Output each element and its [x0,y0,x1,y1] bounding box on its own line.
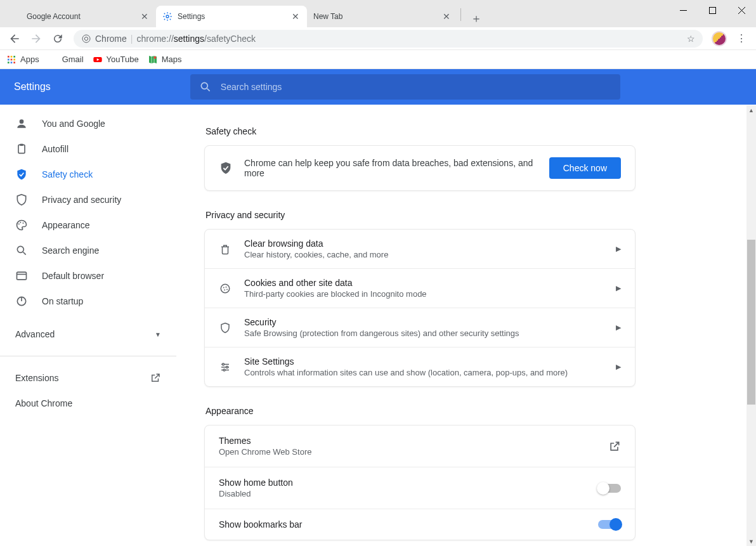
sidebar-item-startup[interactable]: On startup [0,289,176,314]
bookmark-label: Apps [20,55,39,64]
svg-point-28 [224,289,225,290]
palette-icon [15,219,28,231]
toggle-bookmarks-bar[interactable] [598,520,621,529]
tab-google-account[interactable]: Google Account ✕ [5,6,156,27]
chevron-right-icon: ▶ [616,323,621,332]
svg-point-16 [20,119,24,124]
sidebar-item-safety-check[interactable]: Safety check [0,162,176,187]
row-title: Site Settings [244,356,616,367]
svg-rect-11 [11,62,13,63]
clipboard-icon [15,143,28,155]
open-external-icon [150,372,161,384]
vertical-scrollbar[interactable]: ▲ ▼ [746,105,756,546]
close-icon[interactable]: ✕ [140,11,150,22]
sidebar-item-search-engine[interactable]: Search engine [0,238,176,263]
row-home-button: Show home buttonDisabled [205,467,635,509]
bookmark-label: Gmail [62,55,84,64]
sidebar-item-label: Safety check [42,169,93,179]
window-controls [668,0,756,20]
svg-rect-1 [709,7,715,13]
apps-shortcut[interactable]: Apps [6,55,39,65]
cookie-icon [219,282,231,295]
sidebar-advanced[interactable]: Advanced▼ [0,322,176,347]
svg-point-32 [223,369,225,371]
profile-avatar[interactable] [712,31,727,46]
sidebar-item-label: About Chrome [15,398,72,408]
tab-settings[interactable]: Settings ✕ [156,6,307,27]
sidebar-item-label: Advanced [15,329,55,339]
check-now-button[interactable]: Check now [549,157,621,179]
svg-rect-23 [17,272,27,280]
address-bar[interactable]: Chrome | chrome://settings/safetyCheck ☆ [74,30,703,48]
bookmarks-bar: Apps Gmail YouTube Maps [0,50,756,69]
settings-content: You and Google Autofill Safety check Pri… [0,105,756,546]
sidebar-extensions[interactable]: Extensions [0,365,176,391]
svg-point-2 [82,35,90,42]
sidebar-item-default-browser[interactable]: Default browser [0,263,176,289]
row-cookies[interactable]: Cookies and other site dataThird-party c… [205,268,635,308]
svg-point-14 [153,56,156,58]
settings-main: Safety check Chrome can help keep you sa… [176,105,756,546]
toggle-home-button[interactable] [598,484,621,493]
scroll-down-icon[interactable]: ▼ [746,536,756,546]
close-icon[interactable]: ✕ [290,11,301,22]
shield-check-icon [219,161,233,175]
svg-rect-6 [13,56,15,58]
gmail-shortcut[interactable]: Gmail [48,55,84,65]
sliders-icon [219,361,231,374]
sidebar-item-privacy[interactable]: Privacy and security [0,187,176,212]
open-external-icon[interactable] [608,440,621,453]
chevron-right-icon: ▶ [616,245,621,253]
sidebar-item-autofill[interactable]: Autofill [0,136,176,162]
row-subtitle: Controls what information sites can use … [244,368,616,377]
scroll-thumb[interactable] [747,240,755,405]
safety-check-card: Chrome can help keep you safe from data … [204,145,635,191]
privacy-card: Clear browsing dataClear history, cookie… [204,229,635,387]
search-settings[interactable] [190,74,620,100]
youtube-icon [93,55,103,65]
sidebar-item-you-and-google[interactable]: You and Google [0,111,176,136]
shield-icon [219,322,231,334]
menu-button[interactable]: ⋮ [731,28,752,49]
sidebar-about[interactable]: About Chrome [0,391,176,416]
svg-rect-8 [11,58,13,60]
row-title: Clear browsing data [244,238,616,249]
google-icon [11,11,22,22]
row-title: Cookies and other site data [244,278,616,288]
sidebar-item-appearance[interactable]: Appearance [0,212,176,238]
svg-rect-7 [8,58,10,60]
appearance-card: ThemesOpen Chrome Web Store Show home bu… [204,425,635,540]
tab-new[interactable]: New Tab ✕ [307,6,458,27]
minimize-button[interactable] [668,0,698,20]
tab-title: Google Account [27,12,140,21]
bookmark-label: Maps [162,55,182,64]
new-tab-button[interactable]: ＋ [467,10,485,27]
section-safety-check-title: Safety check [205,126,635,136]
maximize-button[interactable] [698,0,727,20]
row-security[interactable]: SecuritySafe Browsing (protection from d… [205,308,635,347]
svg-point-0 [166,15,169,18]
chevron-right-icon: ▶ [616,284,621,292]
url-text: chrome://settings/safetyCheck [136,34,256,44]
svg-point-25 [221,284,230,293]
scroll-up-icon[interactable]: ▲ [746,105,756,115]
chevron-right-icon: ▶ [616,363,621,371]
svg-rect-17 [18,145,25,153]
close-button[interactable] [727,0,756,20]
row-site-settings[interactable]: Site SettingsControls what information s… [205,347,635,386]
row-themes[interactable]: ThemesOpen Chrome Web Store [205,426,635,467]
close-icon[interactable]: ✕ [441,11,452,22]
sidebar-item-label: Search engine [42,245,99,256]
svg-point-21 [23,223,24,224]
settings-sidebar: You and Google Autofill Safety check Pri… [0,105,176,546]
maps-shortcut[interactable]: Maps [148,55,182,65]
tab-separator [460,8,461,21]
row-clear-browsing-data[interactable]: Clear browsing dataClear history, cookie… [205,230,635,268]
star-icon[interactable]: ☆ [687,34,695,44]
search-input[interactable] [221,82,611,92]
reload-button[interactable] [47,28,68,49]
sidebar-item-label: Autofill [42,144,68,154]
youtube-shortcut[interactable]: YouTube [93,55,139,65]
back-button[interactable] [4,28,25,49]
forward-button[interactable] [25,28,47,49]
